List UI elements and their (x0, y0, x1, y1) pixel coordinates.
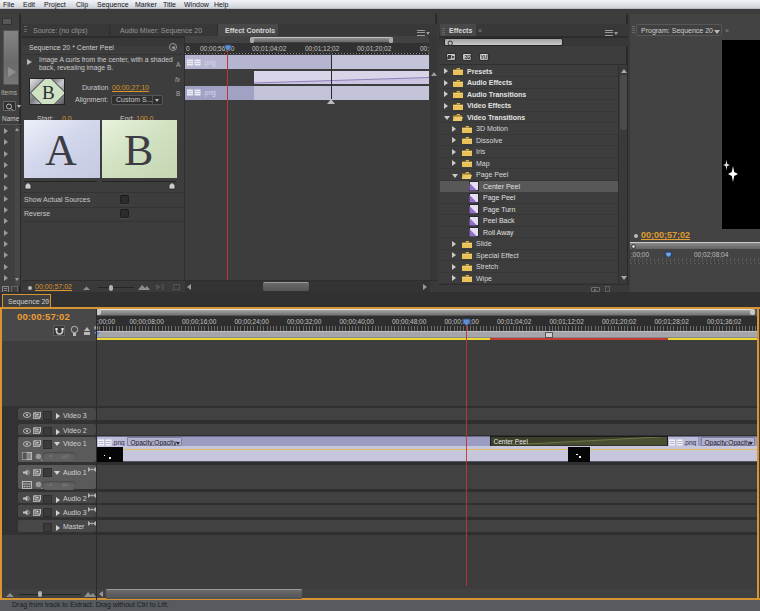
svg-text:Center Peel: Center Peel (494, 438, 529, 445)
